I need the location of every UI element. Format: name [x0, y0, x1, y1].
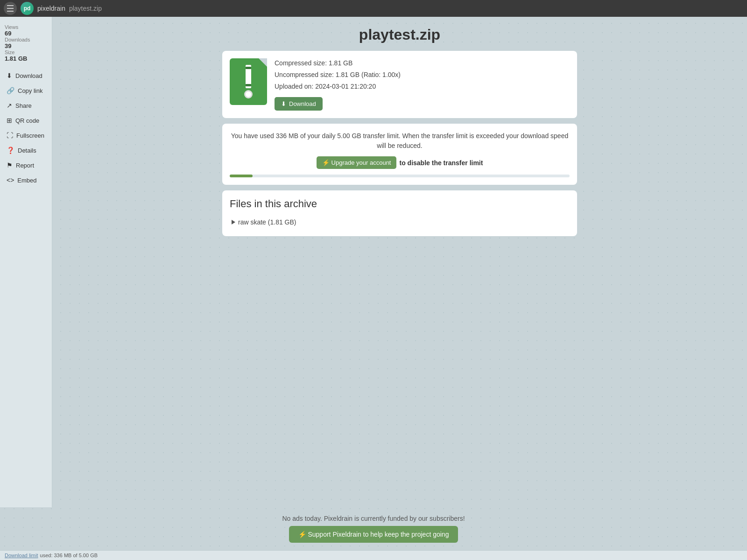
sidebar-download-label: Download — [15, 72, 42, 79]
fullscreen-icon: ⛶ — [7, 132, 13, 139]
sidebar-fullscreen-button[interactable]: ⛶ Fullscreen — [2, 128, 50, 142]
uploaded-on: Uploaded on: 2024-03-01 21:20:20 — [275, 82, 570, 91]
topbar: pd pixeldrain playtest.zip — [0, 0, 747, 17]
downloads-value: 39 — [5, 42, 47, 49]
views-value: 69 — [5, 30, 47, 37]
transfer-limit-message: You have used 336 MB of your daily 5.00 … — [230, 131, 570, 151]
brand-logo: pd — [21, 2, 34, 15]
sidebar-share-button[interactable]: ↗ Share — [2, 98, 50, 112]
downloads-label: Downloads — [5, 37, 47, 42]
sidebar-details-button[interactable]: ❓ Details — [2, 143, 50, 157]
upgrade-button[interactable]: ⚡ Upgrade your account — [317, 156, 397, 169]
compressed-size: Compressed size: 1.81 GB — [275, 58, 570, 68]
qr-code-icon: ⊞ — [7, 117, 12, 124]
sidebar-report-label: Report — [16, 162, 34, 169]
sidebar-fullscreen-label: Fullscreen — [16, 132, 44, 139]
sidebar-share-label: Share — [15, 102, 32, 109]
expand-icon — [232, 220, 235, 224]
sidebar-embed-button[interactable]: <> Embed — [2, 173, 50, 187]
sidebar-qrcode-label: QR code — [15, 117, 39, 124]
share-icon: ↗ — [7, 102, 12, 109]
archive-item[interactable]: raw skate (1.81 GB) — [230, 216, 570, 229]
transfer-limit-card: You have used 336 MB of your daily 5.00 … — [222, 124, 577, 185]
details-icon: ❓ — [7, 147, 14, 154]
archive-item-name: raw skate (1.81 GB) — [238, 218, 296, 226]
embed-icon: <> — [7, 176, 14, 184]
statusbar: Download limit used: 336 MB of 5.00 GB — [0, 550, 747, 560]
upgrade-btn-label: Upgrade your account — [331, 159, 391, 166]
brand-name: pixeldrain — [37, 5, 65, 12]
transfer-progress-fill — [230, 175, 253, 177]
upgrade-line: ⚡ Upgrade your account to disable the tr… — [230, 156, 570, 169]
views-label: Views — [5, 24, 47, 30]
copy-link-icon: 🔗 — [7, 87, 14, 94]
lightning-icon: ⚡ — [322, 159, 330, 166]
size-label: Size — [5, 49, 47, 55]
uncompressed-size: Uncompressed size: 1.81 GB (Ratio: 1.00x… — [275, 70, 570, 80]
download-limit-link[interactable]: Download limit — [5, 553, 38, 558]
sidebar: Views 69 Downloads 39 Size 1.81 GB ⬇ Dow… — [0, 17, 52, 507]
zip-zipper-graphic — [244, 65, 253, 98]
footer-text: No ads today. Pixeldrain is currently fu… — [7, 515, 740, 522]
support-button[interactable]: ⚡ Support Pixeldrain to help keep the pr… — [289, 526, 458, 543]
transfer-progress-bar — [230, 175, 570, 177]
upgrade-suffix: to disable the transfer limit — [399, 159, 483, 167]
file-details: Compressed size: 1.81 GB Uncompressed si… — [275, 58, 570, 111]
content-area: playtest.zip Compressed size: 1.81 GB Un… — [52, 17, 747, 507]
sidebar-download-button[interactable]: ⬇ Download — [2, 69, 50, 83]
zip-file-icon — [230, 58, 267, 105]
file-download-button[interactable]: ⬇ Download — [275, 97, 323, 111]
sidebar-qrcode-button[interactable]: ⊞ QR code — [2, 113, 50, 127]
zip-track — [246, 65, 251, 88]
zip-pull-tab — [244, 90, 253, 98]
sidebar-copy-link-button[interactable]: 🔗 Copy link — [2, 84, 50, 98]
support-btn-label: ⚡ Support Pixeldrain to help keep the pr… — [298, 531, 449, 538]
menu-icon[interactable] — [4, 2, 17, 15]
sidebar-embed-label: Embed — [17, 177, 36, 184]
footer: No ads today. Pixeldrain is currently fu… — [0, 507, 747, 550]
sidebar-copy-link-label: Copy link — [18, 87, 42, 94]
archive-title: Files in this archive — [230, 198, 570, 210]
statusbar-suffix: used: 336 MB of 5.00 GB — [40, 553, 98, 558]
sidebar-stats: Views 69 Downloads 39 Size 1.81 GB — [0, 21, 52, 68]
download-btn-label: Download — [289, 100, 316, 107]
download-icon: ⬇ — [7, 72, 12, 79]
main-layout: Views 69 Downloads 39 Size 1.81 GB ⬇ Dow… — [0, 17, 747, 507]
sidebar-details-label: Details — [18, 147, 36, 154]
archive-card: Files in this archive raw skate (1.81 GB… — [222, 190, 577, 236]
size-value: 1.81 GB — [5, 55, 47, 62]
topbar-filename: playtest.zip — [69, 5, 102, 12]
flag-icon: ⚑ — [7, 161, 13, 169]
sidebar-report-button[interactable]: ⚑ Report — [2, 158, 50, 172]
page-title: playtest.zip — [359, 26, 440, 43]
download-btn-icon: ⬇ — [281, 100, 286, 107]
file-info-card: Compressed size: 1.81 GB Uncompressed si… — [222, 51, 577, 118]
